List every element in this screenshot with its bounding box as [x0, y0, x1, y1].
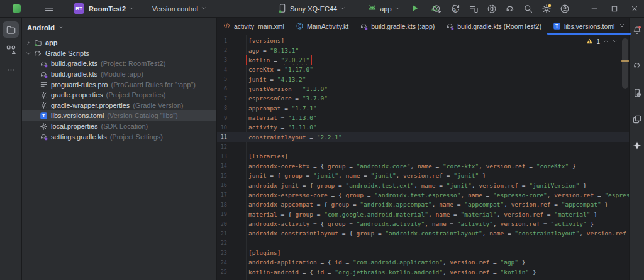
right-tool-window-rail [629, 18, 644, 280]
code-line-4[interactable]: 4coreKtx = "1.17.0" [217, 65, 629, 74]
code-line-16[interactable]: 16androidx-junit = { group = "androidx.t… [217, 180, 629, 190]
toml-key: androidx-core-ktx [248, 163, 309, 170]
toml-string: "junit" [453, 172, 479, 179]
code-line-9[interactable]: 9material = "1.13.0" [217, 113, 629, 122]
editor-tab-activity-main-xml[interactable]: activity_main.xml [217, 18, 290, 35]
run-configuration-selector[interactable]: app [363, 2, 404, 16]
device-selector[interactable]: Sony XQ-EC44 [273, 2, 350, 16]
run-button[interactable] [406, 0, 425, 18]
toml-operator: = [543, 211, 554, 218]
code-line-10[interactable]: 10activity = "1.11.0" [217, 122, 629, 132]
editor-tab-mainactivity-kt[interactable]: CMainActivity.kt [290, 18, 354, 35]
toml-operator: = [432, 163, 443, 170]
tree-item-settings-gradle-kts[interactable]: settings.gradle.kts(Project Settings) [22, 131, 216, 142]
editor-tab-bar: activity_main.xmlCMainActivity.ktbuild.g… [217, 18, 629, 35]
code-line-14[interactable]: 14androidx-core-ktx = { group = "android… [217, 161, 629, 171]
tree-item-gradle-wrapper-properties[interactable]: gradle-wrapper.properties(Gradle Version… [22, 100, 216, 111]
code-line-13[interactable]: 13[libraries] [217, 151, 629, 161]
gradle-kts-icon [39, 132, 48, 141]
toml-key: name [346, 172, 360, 179]
toolbar-attach-debugger-button[interactable] [482, 0, 501, 18]
toml-operator: } [579, 182, 586, 189]
tree-item-proguard-rules-pro[interactable]: proguard-rules.pro(ProGuard Rules for ":… [22, 79, 216, 90]
code-line-1[interactable]: 1[versions] [217, 36, 629, 45]
tab-label: build.gradle.kts (RoomTest2) [457, 23, 541, 30]
tree-item-gradle-properties[interactable]: gradle.properties(Project Properties) [22, 90, 216, 100]
chevron-right-icon[interactable] [25, 40, 31, 46]
code-line-22[interactable]: 22 [217, 239, 629, 248]
code-line-3[interactable]: 3kotlin = "2.0.21" [217, 55, 629, 65]
toml-operator: = [551, 201, 562, 208]
left-tool-window-rail [0, 18, 22, 280]
toml-string: "8.13.1" [270, 47, 299, 54]
code-line-11[interactable]: 11constraintlayout = "2.2.1" [217, 132, 629, 142]
chevron-down-icon[interactable] [25, 50, 31, 57]
toml-string: "activity" [551, 220, 587, 227]
tree-item-build-gradle-kts[interactable]: build.gradle.kts(Project: RoomTest2) [22, 58, 216, 69]
tool-window-structure-button[interactable] [3, 41, 19, 58]
toml-key: material [248, 114, 277, 121]
toml-operator: , [425, 220, 431, 227]
code-line-5[interactable]: 5junit = "4.13.2" [217, 74, 629, 83]
code-line-23[interactable]: 23[plugins] [217, 248, 629, 257]
code-line-6[interactable]: 6junitVersion = "1.3.0" [217, 84, 629, 94]
project-folder-icon [6, 24, 16, 35]
toml-operator: } [569, 163, 575, 170]
tool-window-running-devices-button[interactable] [631, 87, 643, 99]
tree-item-local-properties[interactable]: local.properties(SDK Location) [22, 121, 216, 132]
tool-window-gemini-button[interactable] [631, 139, 643, 152]
toolbar-gradle-sync-button[interactable] [501, 0, 519, 18]
scrollbar-thumb[interactable] [622, 38, 628, 89]
code-editor[interactable]: 1[versions]2agp = "8.13.1"3kotlin = "2.0… [217, 35, 629, 280]
toolbar-account-button[interactable] [555, 0, 574, 18]
tree-item-libs-versions-toml[interactable]: Tlibs.versions.toml(Version Catalog "lib… [22, 110, 216, 121]
chevron-right-icon [25, 40, 31, 46]
code-line-7[interactable]: 7espressoCore = "3.7.0" [217, 94, 629, 103]
window-minimize-button[interactable] [584, 0, 604, 18]
vcs-widget[interactable]: Version control [148, 2, 211, 16]
toolbar-apply-code-changes-button[interactable]: A [446, 0, 464, 18]
toml-operator: , [504, 201, 511, 208]
tool-window-more-tool-windows-button[interactable] [3, 62, 19, 78]
window-close-button[interactable] [625, 0, 644, 18]
toolbar-profile-app-button[interactable] [428, 0, 446, 18]
code-line-20[interactable]: 20androidx-activity = { group = "android… [217, 219, 629, 229]
main-menu-button[interactable] [40, 2, 58, 16]
toolbar-search-everywhere-button[interactable] [519, 0, 537, 18]
toml-key: name [489, 230, 504, 237]
project-selector[interactable]: RoomTest2 [84, 2, 139, 16]
tree-item-app[interactable]: app [22, 38, 216, 48]
code-line-24[interactable]: 24android-application = { id = "com.andr… [217, 257, 629, 267]
code-line-12[interactable]: 12 [217, 142, 629, 151]
tree-item-gradle-scripts[interactable]: Gradle Scripts [22, 48, 216, 59]
toml-key: group [345, 191, 364, 198]
window-close-icon [630, 4, 639, 13]
code-line-21[interactable]: 21androidx-constraintlayout = { group = … [217, 229, 629, 238]
code-line-8[interactable]: 8appcompat = "1.7.1" [217, 104, 629, 113]
code-text: android-application = { id = "com.androi… [248, 259, 526, 266]
toml-string: "androidx.test.ext" [345, 182, 414, 189]
code-line-2[interactable]: 2agp = "8.13.1" [217, 45, 629, 55]
editor-tab-build-gradle-kts-app-[interactable]: build.gradle.kts (:app) [354, 18, 440, 35]
project-view-selector[interactable]: Android [27, 24, 55, 31]
tool-window-gradle-button[interactable] [631, 59, 643, 72]
editor-tab-libs-versions-toml[interactable]: Tlibs.versions.toml [547, 18, 631, 35]
tool-window-notifications-button[interactable] [631, 24, 643, 36]
code-line-18[interactable]: 18androidx-appcompat = { group = "androi… [217, 200, 629, 209]
window-maximize-button[interactable] [604, 0, 624, 18]
code-line-17[interactable]: 17androidx-espresso-core = { group = "an… [217, 190, 629, 200]
editor-scrollbar[interactable] [621, 35, 629, 280]
tab-close-button[interactable] [619, 23, 625, 30]
tool-window-project-button[interactable] [3, 21, 19, 38]
tool-window-device-explorer-button[interactable] [631, 113, 643, 126]
toml-key: name [421, 182, 436, 189]
code-line-25[interactable]: 25kotlin-android = { id = "org.jetbrains… [217, 267, 629, 277]
editor-tab-build-gradle-kts-roomtest2-[interactable]: build.gradle.kts (RoomTest2) [440, 18, 547, 35]
code-line-19[interactable]: 19material = { group = "com.google.andro… [217, 209, 629, 218]
tree-item-build-gradle-kts[interactable]: build.gradle.kts(Module :app) [22, 69, 216, 80]
toolbar-settings-button[interactable] [537, 0, 555, 18]
toml-key: id [335, 259, 341, 266]
toolbar-device-manager-button[interactable] [464, 0, 482, 18]
code-line-15[interactable]: 15junit = { group = "junit", name = "jun… [217, 171, 629, 180]
toml-string: "1.17.0" [284, 66, 313, 73]
